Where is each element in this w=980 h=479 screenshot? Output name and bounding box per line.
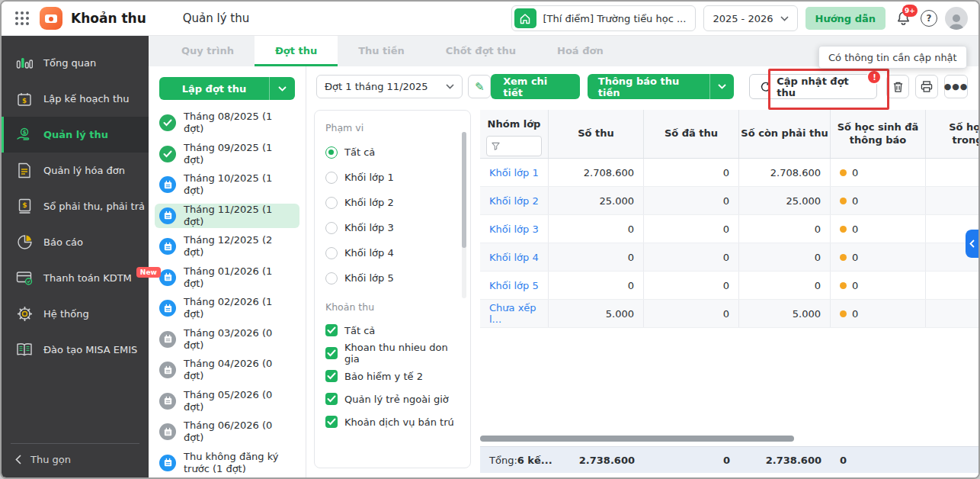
guide-button[interactable]: Hướng dẫn xyxy=(805,7,886,30)
month-item-thang-11-2025-1-dot[interactable]: Tháng 11/2025 (1 đợt) xyxy=(155,204,299,229)
fee-option-khoan-thu-nhieu-don-gia[interactable]: Khoan thu nhieu don gia xyxy=(325,342,460,365)
view-detail-button[interactable]: Xem chi tiết xyxy=(491,74,579,99)
footer-so-da-thu: 0 xyxy=(644,447,739,473)
help-icon[interactable]: ? xyxy=(921,10,937,27)
sidebar-item-thanh-toan-kdtm[interactable]: Thanh toán KDTMNew xyxy=(2,260,149,296)
create-batch-dropdown[interactable] xyxy=(269,77,295,100)
radio-unchecked[interactable] xyxy=(325,247,338,259)
sidebar-item-bao-cao[interactable]: Báo cáo xyxy=(2,224,149,260)
tab-chot-dot-thu[interactable]: Chốt đợt thu xyxy=(425,35,536,66)
cell-notified: 0 xyxy=(831,300,926,327)
notify-payment-button[interactable]: Thông báo thu tiền xyxy=(588,74,734,99)
month-item-thang-05-2026-0-dot[interactable]: Tháng 05/2026 (0 đợt) xyxy=(155,389,299,414)
radio-checked[interactable] xyxy=(325,146,338,159)
main-content: Đợt 1 tháng 11/2025 ✎ Xem chi tiết Thông… xyxy=(306,66,978,477)
checkbox-checked[interactable] xyxy=(325,393,338,405)
month-item-thu-khong-dang-ky-truoc-1-dot[interactable]: Thu không đăng ký trước (1 đợt) xyxy=(155,451,299,476)
month-item-thang-02-2026-1-dot[interactable]: Tháng 02/2026 (1 đợt) xyxy=(155,296,299,321)
table-row: Chưa xếp l...5.00005.0000 xyxy=(480,300,978,328)
update-batch-button[interactable]: Cập nhật đợt thu ! xyxy=(749,74,878,99)
group-link[interactable]: Khối lớp 2 xyxy=(480,187,549,214)
cell-notified: 0 xyxy=(831,159,926,186)
cell-so-da-thu: 0 xyxy=(644,215,739,243)
sidebar-item-tong-quan[interactable]: Tổng quan xyxy=(2,45,149,81)
school-selector[interactable]: [Thí điểm] Trường tiểu học ... xyxy=(511,5,697,31)
home-icon[interactable] xyxy=(514,8,536,28)
scope-option-khoi-lop-2[interactable]: Khối lớp 2 xyxy=(325,190,460,215)
radio-unchecked[interactable] xyxy=(325,172,338,184)
footer-total-count: 6 kế... xyxy=(517,455,552,466)
notify-payment-label: Thông báo thu tiền xyxy=(588,76,710,98)
sidebar-item-dao-tao-misa-emis[interactable]: Đào tạo MISA EMIS xyxy=(2,332,149,368)
scope-option-tat-ca[interactable]: Tất cả xyxy=(325,140,460,165)
edit-batch-button[interactable]: ✎ xyxy=(468,75,491,98)
fee-option-tat-ca[interactable]: Tất cả xyxy=(325,319,460,342)
table-horizontal-scrollbar[interactable] xyxy=(480,436,978,442)
tab-dot-thu[interactable]: Đợt thu xyxy=(255,35,338,66)
month-item-label: Tháng 02/2026 (1 đợt) xyxy=(184,296,295,321)
sidebar-item-label: Thanh toán KDTM xyxy=(43,272,132,284)
avatar[interactable] xyxy=(945,7,968,30)
group-link[interactable]: Khối lớp 4 xyxy=(480,243,549,271)
print-button[interactable] xyxy=(915,75,938,98)
checkbox-checked[interactable] xyxy=(325,416,338,428)
notified-value: 0 xyxy=(852,280,858,291)
scope-option-khoi-lop-3[interactable]: Khối lớp 3 xyxy=(325,215,460,240)
sidebar-item-lap-ke-hoach-thu[interactable]: $Lập kế hoạch thu xyxy=(2,81,149,117)
fee-option-khoan-dich-vu-ban-tru[interactable]: Khoản dịch vụ bán trú xyxy=(325,410,460,433)
cell-so-thu: 0 xyxy=(549,272,644,299)
printer-icon xyxy=(921,81,933,92)
month-item-thang-06-2026-0-dot[interactable]: Tháng 06/2026 (0 đợt) xyxy=(155,420,299,445)
svg-text:$: $ xyxy=(22,97,27,104)
app-window: Khoản thu Quản lý thu [Thí điểm] Trường … xyxy=(0,0,980,479)
tab-quy-trinh[interactable]: Quy trình xyxy=(161,35,255,66)
sidebar-item-so-phai-thu-phai-tra[interactable]: $Sổ phải thu, phải trả xyxy=(2,188,149,224)
cell-so-thu: 0 xyxy=(549,215,644,243)
app-launcher-icon[interactable] xyxy=(15,11,29,25)
footer-so-con-phai-thu: 2.738.600 xyxy=(739,447,831,473)
tab-hoa-don[interactable]: Hoá đơn xyxy=(536,35,624,66)
radio-unchecked[interactable] xyxy=(325,272,338,285)
fee-option-label: Khoan thu nhieu don gia xyxy=(344,342,460,365)
checkbox-checked[interactable] xyxy=(325,347,338,359)
notifications-button[interactable]: 9+ xyxy=(893,8,913,28)
radio-unchecked[interactable] xyxy=(325,197,338,209)
collapse-panel-toggle[interactable] xyxy=(966,230,978,258)
more-actions-button[interactable]: ●●● xyxy=(944,75,968,98)
scope-option-khoi-lop-4[interactable]: Khối lớp 4 xyxy=(325,240,460,265)
sidebar-collapse-button[interactable]: Thu gọn xyxy=(11,443,139,477)
group-link[interactable]: Khối lớp 3 xyxy=(480,215,549,243)
scope-option-khoi-lop-1[interactable]: Khối lớp 1 xyxy=(325,165,460,190)
sidebar-item-quan-ly-thu[interactable]: $Quản lý thu xyxy=(2,117,149,153)
month-item-thang-01-2026-1-dot[interactable]: Tháng 01/2026 (1 đợt) xyxy=(155,265,299,291)
school-year-select[interactable]: 2025 - 2026 xyxy=(703,5,797,31)
create-collection-batch-button[interactable]: Lập đợt thu xyxy=(159,77,295,100)
batch-select[interactable]: Đợt 1 tháng 11/2025 xyxy=(316,75,463,98)
checkbox-checked[interactable] xyxy=(325,324,338,336)
scope-option-khoi-lop-5[interactable]: Khối lớp 5 xyxy=(325,265,460,291)
month-item-thang-09-2025-1-dot[interactable]: Tháng 09/2025 (1 đợt) xyxy=(155,142,299,167)
notify-payment-dropdown[interactable] xyxy=(709,74,733,99)
fee-option-bao-hiem-y-te-2[interactable]: Bảo hiểm y tế 2 xyxy=(325,365,460,387)
month-item-thang-04-2026-0-dot[interactable]: Tháng 04/2026 (0 đợt) xyxy=(155,358,299,383)
sidebar-item-he-thong[interactable]: Hệ thống xyxy=(2,296,149,332)
fee-option-quan-ly-tre-ngoai-gio[interactable]: Quản lý trẻ ngoài giờ xyxy=(325,387,460,410)
update-tooltip: Có thông tin cần cập nhật xyxy=(818,46,967,69)
column-header-2: Số đã thu xyxy=(644,110,739,158)
month-item-thang-08-2025-1-dot[interactable]: Tháng 08/2025 (1 đợt) xyxy=(155,111,299,136)
cell-extra xyxy=(926,300,978,327)
month-item-thang-10-2025-1-dot[interactable]: Tháng 10/2025 (1 đợt) xyxy=(155,172,299,198)
radio-unchecked[interactable] xyxy=(325,222,338,234)
filter-scrollbar[interactable] xyxy=(462,132,466,298)
sidebar-item-quan-ly-hoa-don[interactable]: Quản lý hóa đơn xyxy=(2,153,149,188)
checkbox-checked[interactable] xyxy=(325,370,338,382)
check-icon xyxy=(159,114,176,131)
group-link[interactable]: Khối lớp 5 xyxy=(480,272,549,299)
group-link[interactable]: Chưa xếp l... xyxy=(480,300,549,327)
tab-thu-tien[interactable]: Thu tiền xyxy=(338,35,425,66)
month-item-thang-12-2025-2-dot[interactable]: Tháng 12/2025 (2 đợt) xyxy=(155,234,299,259)
delete-button[interactable] xyxy=(886,75,909,98)
group-link[interactable]: Khối lớp 1 xyxy=(480,159,549,186)
group-filter-input[interactable] xyxy=(486,136,542,156)
month-item-thang-03-2026-0-dot[interactable]: Tháng 03/2026 (0 đợt) xyxy=(155,327,299,352)
